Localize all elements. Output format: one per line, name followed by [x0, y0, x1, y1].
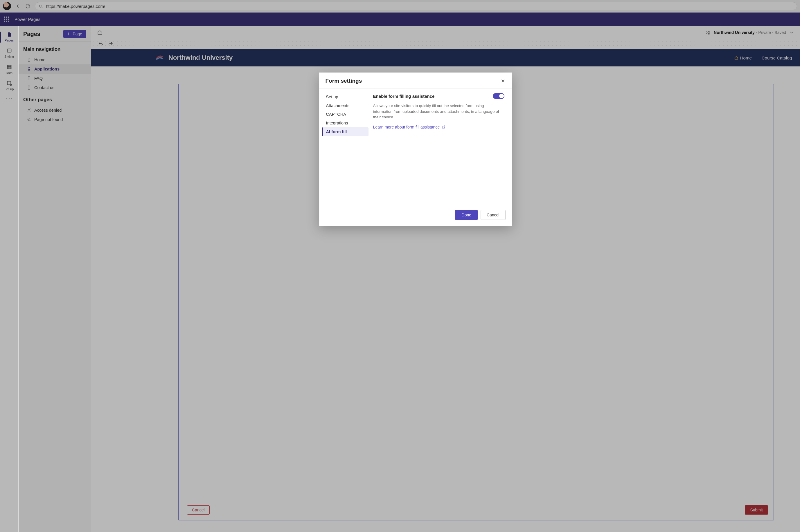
brand-logo-icon	[154, 53, 164, 63]
site-status[interactable]: Northwind University - Private - Saved	[706, 30, 794, 35]
tree-label: Access denied	[34, 108, 61, 113]
dialog-title: Form settings	[326, 78, 362, 84]
form-settings-dialog: Form settings Set up Attachments CAPTCHA…	[319, 73, 512, 226]
left-rail: Pages Styling Data Set up	[0, 26, 19, 532]
rail-pages[interactable]: Pages	[0, 29, 19, 45]
tree-label: FAQ	[34, 76, 43, 81]
dialog-nav-integrations[interactable]: Integrations	[322, 119, 368, 127]
rail-label: Pages	[5, 39, 14, 42]
tree-access-denied[interactable]: Access denied	[19, 106, 91, 115]
tree-not-found[interactable]: Page not found	[19, 115, 91, 124]
dialog-nav: Set up Attachments CAPTCHA Integrations …	[319, 89, 371, 206]
browser-chrome: https://make.powerpages.com/	[0, 0, 800, 13]
page-icon	[27, 76, 31, 81]
tree-label: Page not found	[34, 117, 63, 122]
waffle-icon[interactable]	[4, 17, 9, 22]
section-other-title: Other pages	[19, 92, 91, 106]
svg-point-4	[10, 84, 12, 86]
canvas-topbar: Northwind University - Private - Saved	[91, 26, 800, 39]
page-home-icon	[27, 67, 31, 71]
panel-title: Pages	[23, 31, 40, 37]
people-lock-icon	[706, 30, 711, 35]
rail-label: Data	[6, 71, 13, 75]
pages-panel: Pages Page Main navigation Home Applicat…	[19, 26, 91, 532]
undo-icon[interactable]	[98, 41, 103, 47]
svg-point-6	[28, 118, 30, 120]
svg-point-0	[39, 5, 42, 7]
tree-home[interactable]: Home	[19, 55, 91, 64]
add-page-button[interactable]: Page	[63, 30, 86, 38]
add-page-label: Page	[73, 32, 82, 36]
profile-avatar[interactable]	[3, 2, 11, 10]
tree-applications[interactable]: Applications	[19, 64, 91, 74]
setup-icon	[6, 80, 12, 86]
tree-label: Applications	[34, 67, 59, 71]
data-icon	[6, 64, 12, 70]
notfound-icon	[27, 117, 31, 122]
svg-point-8	[709, 31, 710, 32]
product-name[interactable]: Power Pages	[15, 17, 40, 22]
svg-point-5	[29, 109, 30, 110]
rail-label: Styling	[4, 55, 14, 58]
cancel-button[interactable]: Cancel	[480, 210, 506, 220]
svg-point-7	[707, 31, 708, 32]
tree-label: Contact us	[34, 85, 54, 90]
plus-icon	[66, 32, 71, 36]
chevron-down-icon	[789, 30, 794, 35]
url-text: https://make.powerpages.com/	[46, 4, 105, 9]
learn-more-link[interactable]: Learn more about form fill assistance	[373, 125, 446, 129]
external-link-icon	[441, 125, 446, 129]
home-icon[interactable]	[97, 30, 103, 35]
toggle-description: Allows your site visitors to quickly fil…	[373, 103, 504, 120]
search-icon	[39, 4, 43, 8]
more-icon	[6, 98, 12, 99]
dialog-nav-ai-form-fill[interactable]: AI form fill	[322, 127, 368, 136]
redo-icon[interactable]	[108, 41, 113, 47]
address-bar[interactable]: https://make.powerpages.com/	[35, 2, 797, 10]
nav-course-catalog[interactable]: Course Catalog	[762, 55, 792, 60]
svg-rect-1	[7, 49, 11, 52]
styling-icon	[6, 48, 12, 54]
nav-catalog-label: Course Catalog	[762, 55, 792, 60]
done-button[interactable]: Done	[455, 210, 478, 220]
section-main-nav-title: Main navigation	[19, 42, 91, 55]
tree-contact[interactable]: Contact us	[19, 83, 91, 92]
form-submit-button[interactable]: Submit	[745, 505, 768, 515]
dialog-nav-captcha[interactable]: CAPTCHA	[322, 110, 368, 119]
page-icon	[27, 57, 31, 62]
svg-rect-2	[7, 65, 11, 69]
close-icon[interactable]	[500, 78, 506, 83]
learn-more-label: Learn more about form fill assistance	[373, 125, 440, 129]
dialog-nav-attachments[interactable]: Attachments	[322, 101, 368, 110]
dialog-nav-setup[interactable]: Set up	[322, 93, 368, 101]
save-state-label: Saved	[775, 30, 786, 35]
canvas-toolbar	[91, 39, 800, 49]
page-icon	[27, 85, 31, 90]
home-icon	[734, 56, 739, 60]
nav-home-label: Home	[740, 55, 752, 60]
site-preview-header: Northwind University Home Course Catalog	[91, 49, 800, 66]
rail-data[interactable]: Data	[0, 62, 19, 77]
nav-home[interactable]: Home	[734, 55, 752, 60]
svg-rect-3	[7, 81, 11, 85]
rail-styling[interactable]: Styling	[0, 45, 19, 61]
rail-more[interactable]	[0, 94, 19, 102]
site-preview-title: Northwind University	[168, 54, 233, 61]
rail-label: Set up	[5, 87, 14, 91]
site-name: Northwind University	[714, 30, 755, 35]
visibility-label: Private	[758, 30, 771, 35]
tree-faq[interactable]: FAQ	[19, 74, 91, 83]
form-cancel-button[interactable]: Cancel	[187, 505, 210, 515]
denied-icon	[27, 108, 31, 113]
refresh-icon[interactable]	[25, 3, 31, 9]
enable-assistance-toggle[interactable]	[493, 93, 504, 99]
app-bar: Power Pages	[0, 13, 800, 26]
tree-label: Home	[34, 57, 46, 62]
page-icon	[6, 32, 12, 37]
rail-setup[interactable]: Set up	[0, 78, 19, 94]
svg-rect-9	[709, 33, 709, 34]
back-icon[interactable]	[15, 3, 21, 9]
toggle-label: Enable form filling assistance	[373, 94, 435, 99]
